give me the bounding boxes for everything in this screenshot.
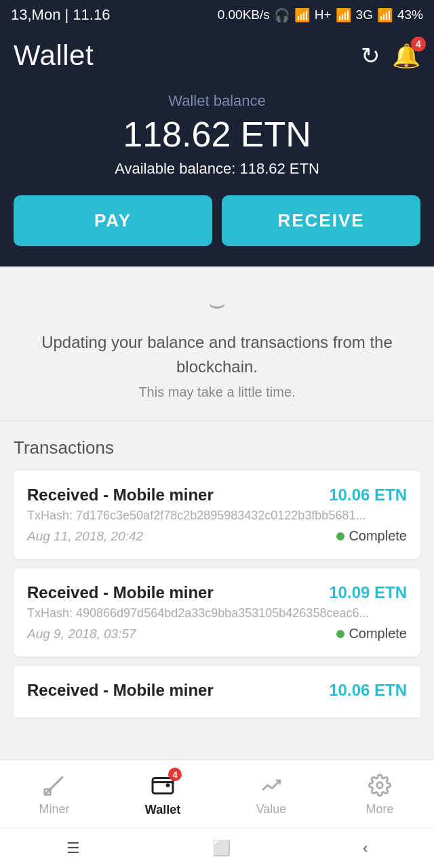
home-button[interactable]: ⬜ bbox=[212, 840, 231, 857]
header-actions: ↻ 🔔 4 bbox=[361, 42, 420, 69]
tx-status: Complete bbox=[336, 626, 407, 642]
pay-button[interactable]: PAY bbox=[14, 195, 212, 246]
tx-title: Received - Mobile miner bbox=[27, 583, 214, 602]
notification-button[interactable]: 🔔 4 bbox=[392, 42, 420, 69]
more-icon-wrap bbox=[368, 774, 391, 800]
updating-message: Updating your balance and transactions f… bbox=[27, 330, 407, 379]
signal-icon: 📶 bbox=[294, 7, 311, 23]
notification-badge: 4 bbox=[411, 37, 426, 52]
transaction-card-partial[interactable]: Received - Mobile miner 10.06 ETN bbox=[14, 666, 420, 717]
nav-label-wallet: Wallet bbox=[145, 803, 180, 817]
value-icon bbox=[260, 774, 283, 797]
updating-subtext: This may take a little time. bbox=[27, 384, 407, 400]
svg-point-4 bbox=[377, 783, 383, 789]
miner-icon-wrap bbox=[43, 774, 66, 800]
wifi-icon: 📶 bbox=[377, 7, 393, 23]
tx-amount: 10.06 ETN bbox=[329, 486, 407, 505]
wallet-icon-wrap: 4 bbox=[151, 773, 175, 800]
network-type: H+ bbox=[315, 7, 332, 22]
tx-amount: 10.09 ETN bbox=[329, 583, 407, 602]
bottom-nav: Miner 4 Wallet Value bbox=[0, 760, 434, 827]
nav-label-more: More bbox=[366, 802, 393, 816]
svg-rect-3 bbox=[153, 778, 173, 794]
nav-item-more[interactable]: More bbox=[326, 774, 434, 816]
wallet-badge: 4 bbox=[168, 768, 182, 781]
nav-item-value[interactable]: Value bbox=[217, 774, 326, 816]
signal-icon-2: 📶 bbox=[336, 7, 352, 23]
nav-item-miner[interactable]: Miner bbox=[0, 774, 108, 816]
transaction-card[interactable]: Received - Mobile miner 10.06 ETN TxHash… bbox=[14, 471, 420, 559]
tx-hash: TxHash: 7d176c3e50af2f78c2b2895983432c01… bbox=[27, 509, 407, 523]
tx-status: Complete bbox=[336, 528, 407, 544]
refresh-icon[interactable]: ↻ bbox=[361, 42, 380, 69]
page-title: Wallet bbox=[14, 39, 94, 72]
tx-date: Aug 9, 2018, 03:57 bbox=[27, 627, 136, 642]
balance-section: Wallet balance 118.62 ETN Available bala… bbox=[0, 85, 434, 267]
tx-hash: TxHash: 490866d97d564bd2a33c9bba353105b4… bbox=[27, 606, 407, 620]
receive-button[interactable]: RECEIVE bbox=[222, 195, 420, 246]
nav-label-miner: Miner bbox=[39, 802, 69, 816]
network-speed: 0.00KB/s bbox=[218, 7, 270, 22]
status-dot-icon bbox=[336, 532, 344, 540]
transaction-card[interactable]: Received - Mobile miner 10.09 ETN TxHash… bbox=[14, 568, 420, 656]
battery-text: 43% bbox=[397, 7, 423, 22]
menu-button[interactable]: ☰ bbox=[66, 840, 80, 857]
updating-section: ⌣ Updating your balance and transactions… bbox=[0, 267, 434, 421]
status-icons: 0.00KB/s 🎧 📶 H+ 📶 3G 📶 43% bbox=[218, 7, 423, 23]
value-icon-wrap bbox=[260, 774, 283, 800]
tx-row-partial: Received - Mobile miner 10.06 ETN bbox=[27, 681, 407, 700]
tx-row-bottom: Aug 9, 2018, 03:57 Complete bbox=[27, 626, 407, 642]
tx-title: Received - Mobile miner bbox=[27, 486, 214, 505]
transactions-section: Transactions Received - Mobile miner 10.… bbox=[0, 421, 434, 717]
back-button[interactable]: ‹ bbox=[363, 840, 368, 857]
header: Wallet ↻ 🔔 4 bbox=[0, 30, 434, 85]
headphone-icon: 🎧 bbox=[274, 7, 290, 23]
tx-date: Aug 11, 2018, 20:42 bbox=[27, 529, 143, 544]
loading-icon: ⌣ bbox=[27, 288, 407, 319]
nav-label-value: Value bbox=[256, 802, 287, 816]
nav-item-wallet[interactable]: 4 Wallet bbox=[108, 773, 217, 817]
balance-amount: 118.62 ETN bbox=[14, 114, 420, 155]
action-buttons: PAY RECEIVE bbox=[14, 195, 420, 246]
status-bar: 13,Mon | 11.16 0.00KB/s 🎧 📶 H+ 📶 3G 📶 43… bbox=[0, 0, 434, 30]
balance-label: Wallet balance bbox=[14, 92, 420, 110]
available-balance: Available balance: 118.62 ETN bbox=[14, 160, 420, 178]
tx-row-top: Received - Mobile miner 10.06 ETN bbox=[27, 486, 407, 505]
status-time: 13,Mon | 11.16 bbox=[11, 6, 110, 24]
tx-amount-partial: 10.06 ETN bbox=[329, 681, 407, 700]
miner-icon bbox=[43, 774, 66, 797]
system-nav: ☰ ⬜ ‹ bbox=[0, 827, 434, 868]
gear-icon bbox=[368, 774, 391, 797]
network-type-2: 3G bbox=[356, 7, 373, 22]
transactions-title: Transactions bbox=[14, 437, 420, 458]
tx-row-bottom: Aug 11, 2018, 20:42 Complete bbox=[27, 528, 407, 544]
status-dot-icon bbox=[336, 630, 344, 638]
tx-title-partial: Received - Mobile miner bbox=[27, 681, 214, 700]
tx-row-top: Received - Mobile miner 10.09 ETN bbox=[27, 583, 407, 602]
